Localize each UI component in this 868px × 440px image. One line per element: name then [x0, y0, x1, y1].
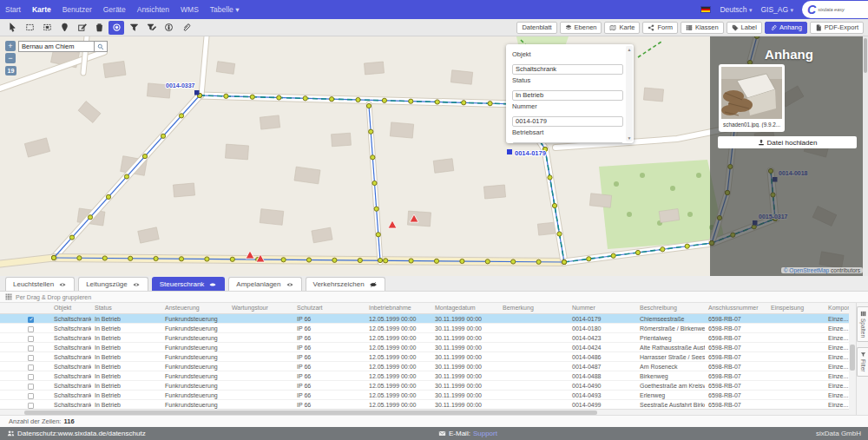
row-checkbox[interactable] — [28, 317, 34, 323]
menu-item-karte[interactable]: Karte — [32, 5, 51, 14]
map-canvas[interactable]: 0014-0337 0014-0179 0014-0018 0015-0317 … — [0, 36, 868, 276]
column-header-anschlussnummer[interactable]: Anschlussnummer — [705, 303, 767, 313]
select-window-tool-button[interactable] — [39, 21, 55, 35]
light-point-marker[interactable] — [277, 95, 281, 100]
account-selector[interactable]: GIS_AG ▾ — [760, 5, 793, 14]
filter-tool-button[interactable] — [126, 21, 141, 35]
datenblatt-button[interactable]: Datenblatt — [516, 22, 556, 34]
row-checkbox[interactable] — [28, 336, 34, 342]
light-point-marker[interactable] — [552, 203, 556, 207]
row-checkbox[interactable] — [28, 355, 34, 361]
column-header-beschreibung[interactable]: Beschreibung — [636, 303, 705, 313]
horizontal-scrollbar[interactable] — [0, 409, 849, 415]
table-row[interactable]: SchaltschrankIn BetriebFunkrundsteuerung… — [0, 391, 849, 400]
circle-select-tool-button[interactable] — [108, 21, 124, 35]
grid-header-row[interactable]: ObjektStatusAnsteuerungWartungstourSchut… — [0, 303, 849, 314]
light-point-marker[interactable] — [460, 259, 464, 263]
zoom-in-button[interactable]: + — [5, 41, 16, 51]
light-point-marker[interactable] — [154, 256, 158, 260]
pdf-export-button[interactable]: PDF-Export — [810, 22, 864, 34]
light-point-marker[interactable] — [562, 259, 566, 264]
table-row[interactable]: SchaltschrankIn BetriebFunkrundsteuerung… — [0, 324, 849, 333]
row-checkbox[interactable] — [28, 364, 34, 371]
light-point-marker[interactable] — [685, 244, 689, 248]
form-button[interactable]: Form — [642, 22, 678, 34]
pointer-tool-button[interactable] — [4, 21, 20, 35]
menu-item-geräte[interactable]: Geräte — [103, 5, 126, 14]
menu-item-start[interactable]: Start — [5, 5, 21, 14]
light-point-marker[interactable] — [230, 257, 234, 261]
klassen-button[interactable]: Klassen — [681, 22, 724, 34]
field-input-nummer[interactable] — [512, 116, 623, 127]
light-point-marker[interactable] — [384, 259, 388, 263]
light-point-marker[interactable] — [330, 97, 334, 102]
light-point-marker[interactable] — [548, 175, 552, 180]
delete-tool-button[interactable] — [91, 21, 107, 35]
upload-file-button[interactable]: Datei hochladen — [718, 136, 857, 148]
tab-leitungszüge[interactable]: Leitungszüge — [78, 277, 148, 291]
light-point-marker[interactable] — [69, 235, 74, 240]
anhang-button[interactable]: Anhang — [765, 22, 807, 34]
table-row[interactable]: SchaltschrankIn BetriebFunkrundsteuerung… — [0, 400, 849, 409]
light-point-marker[interactable] — [128, 256, 133, 260]
column-header-status[interactable]: Status — [91, 303, 161, 313]
light-point-marker[interactable] — [358, 258, 362, 262]
light-point-marker[interactable] — [106, 194, 110, 199]
light-point-marker[interactable] — [88, 215, 92, 220]
table-row[interactable]: SchaltschrankIn BetriebFunkrundsteuerung… — [0, 333, 849, 343]
row-checkbox[interactable] — [28, 345, 34, 351]
column-header-schutzart[interactable]: Schutzart — [293, 303, 365, 313]
table-row[interactable]: SchaltschrankIn BetriebFunkrundsteuerung… — [0, 371, 849, 381]
column-header-inbetriebnahme[interactable]: Inbetriebnahme — [365, 303, 431, 313]
menu-item-ansichten[interactable]: Ansichten — [137, 5, 169, 14]
light-point-marker[interactable] — [332, 258, 337, 262]
light-point-marker[interactable] — [366, 103, 371, 108]
email-link[interactable]: Support — [473, 430, 497, 437]
light-point-marker[interactable] — [306, 258, 311, 262]
light-point-marker[interactable] — [488, 102, 492, 106]
column-header-bemerkung[interactable]: Bemerkung — [499, 303, 569, 313]
panel-scrollbar[interactable] — [863, 36, 868, 276]
attach-tool-button[interactable] — [178, 21, 194, 35]
light-point-marker[interactable] — [536, 259, 541, 264]
menu-item-benutzer[interactable]: Benutzer — [62, 5, 92, 14]
light-point-marker[interactable] — [205, 257, 209, 261]
light-point-marker[interactable] — [179, 114, 183, 118]
row-checkbox[interactable] — [28, 384, 34, 390]
attachment-thumbnail[interactable]: schaden01.jpg. (9.9.2... — [719, 64, 785, 132]
tab-ampelanlagen[interactable]: Ampelanlagen — [228, 277, 301, 291]
side-tab-spalten[interactable]: Spalten — [857, 306, 868, 342]
column-header-komponente[interactable]: Komponente — [825, 303, 849, 313]
map-search-input[interactable] — [18, 41, 95, 52]
light-point-marker[interactable] — [462, 101, 466, 105]
light-point-marker[interactable] — [376, 233, 380, 237]
popup-scrollbar[interactable]: ▲▼ — [626, 46, 633, 141]
light-point-marker[interactable] — [124, 174, 128, 179]
tab-steuerschrank[interactable]: Steuerschrank — [152, 277, 226, 291]
zoom-out-button[interactable]: − — [5, 53, 16, 63]
light-point-marker[interactable] — [281, 258, 286, 262]
light-point-marker[interactable] — [77, 256, 82, 260]
table-row[interactable]: SchaltschrankIn BetriebFunkrundsteuerung… — [0, 314, 849, 324]
vertical-scrollbar[interactable] — [849, 303, 856, 415]
search-button[interactable] — [95, 41, 108, 52]
light-point-marker[interactable] — [485, 259, 490, 264]
table-row[interactable]: SchaltschrankIn BetriebFunkrundsteuerung… — [0, 352, 849, 362]
light-point-marker[interactable] — [356, 97, 360, 102]
ebenen-button[interactable]: Ebenen — [560, 22, 602, 34]
light-point-marker[interactable] — [587, 257, 591, 261]
menu-item-tabelle[interactable]: Tabelle ▾ — [210, 5, 240, 14]
light-point-marker[interactable] — [435, 100, 439, 104]
light-point-marker[interactable] — [142, 154, 147, 159]
row-checkbox[interactable] — [28, 403, 34, 409]
filter-edit-tool-button[interactable] — [143, 21, 159, 35]
light-point-marker[interactable] — [382, 98, 386, 102]
row-checkbox[interactable] — [28, 326, 34, 332]
light-point-marker[interactable] — [224, 94, 228, 98]
menu-item-wms[interactable]: WMS — [181, 5, 199, 14]
edit-tool-button[interactable] — [74, 21, 89, 35]
field-input-objekt[interactable] — [512, 64, 623, 75]
light-point-marker[interactable] — [378, 258, 382, 262]
karte-button[interactable]: Karte — [604, 22, 640, 34]
light-point-marker[interactable] — [635, 250, 640, 254]
